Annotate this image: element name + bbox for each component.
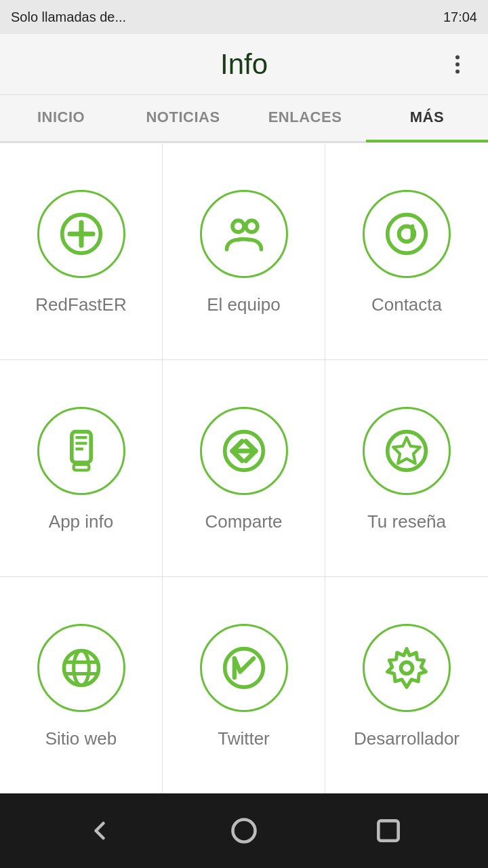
svg-point-0 bbox=[455, 55, 460, 59]
plus-medical-icon bbox=[58, 211, 104, 257]
back-button[interactable] bbox=[79, 810, 120, 851]
desarrollador-label: Desarrollador bbox=[354, 728, 460, 749]
header: Info bbox=[0, 34, 488, 95]
tab-bar: INICIO NOTICIAS ENLACES MÁS bbox=[0, 95, 488, 142]
star-icon bbox=[384, 428, 430, 474]
sitioweb-icon-circle bbox=[37, 624, 125, 712]
contacta-icon-circle bbox=[363, 190, 451, 278]
recents-icon bbox=[373, 816, 403, 846]
nav-bar bbox=[0, 793, 488, 868]
grid-cell-desarrollador[interactable]: Desarrollador bbox=[325, 577, 488, 793]
grid-cell-appinfo[interactable]: App info bbox=[0, 360, 163, 577]
svg-point-7 bbox=[245, 220, 257, 232]
grid-cell-sitioweb[interactable]: Sitio web bbox=[0, 577, 163, 793]
phone-icon bbox=[58, 428, 104, 474]
appinfo-icon-circle bbox=[37, 407, 125, 495]
at-icon bbox=[384, 211, 430, 257]
overflow-menu-button[interactable] bbox=[441, 47, 474, 81]
redfaster-label: RedFastER bbox=[35, 294, 126, 315]
grid-cell-resena[interactable]: Tu reseña bbox=[325, 360, 488, 577]
team-icon bbox=[221, 211, 267, 257]
resena-label: Tu reseña bbox=[367, 511, 446, 532]
content-grid: RedFastER El equipo Contacta bbox=[0, 142, 488, 793]
back-icon bbox=[85, 816, 115, 846]
recents-button[interactable] bbox=[368, 810, 409, 851]
status-time: 17:04 bbox=[443, 9, 477, 25]
svg-point-2 bbox=[455, 69, 460, 73]
grid-cell-redfaster[interactable]: RedFastER bbox=[0, 143, 163, 360]
tab-mas[interactable]: MÁS bbox=[366, 95, 488, 142]
grid-cell-comparte[interactable]: Comparte bbox=[163, 360, 325, 577]
svg-point-25 bbox=[401, 663, 413, 674]
tab-inicio[interactable]: INICIO bbox=[0, 95, 122, 142]
desarrollador-icon-circle bbox=[363, 624, 451, 712]
twitter-label: Twitter bbox=[218, 728, 270, 749]
tab-noticias[interactable]: NOTICIAS bbox=[122, 95, 244, 142]
svg-rect-27 bbox=[379, 821, 399, 840]
svg-point-26 bbox=[232, 820, 255, 842]
svg-marker-18 bbox=[393, 437, 420, 463]
twitter-icon bbox=[221, 645, 267, 691]
appinfo-label: App info bbox=[49, 511, 113, 532]
comparte-icon-circle bbox=[200, 407, 288, 495]
tab-enlaces[interactable]: ENLACES bbox=[244, 95, 366, 142]
status-notification: Solo llamadas de... bbox=[11, 9, 126, 25]
twitter-icon-circle bbox=[200, 624, 288, 712]
page-title: Info bbox=[220, 48, 268, 81]
globe-icon bbox=[58, 645, 104, 691]
resena-icon-circle bbox=[363, 407, 451, 495]
svg-point-9 bbox=[388, 215, 426, 254]
contacta-label: Contacta bbox=[371, 294, 442, 315]
grid-cell-contacta[interactable]: Contacta bbox=[325, 143, 488, 360]
status-bar: Solo llamadas de... 17:04 bbox=[0, 0, 488, 34]
equipo-icon-circle bbox=[200, 190, 288, 278]
svg-point-19 bbox=[64, 651, 98, 686]
svg-point-6 bbox=[232, 220, 244, 232]
svg-point-20 bbox=[73, 651, 89, 686]
redfaster-icon-circle bbox=[37, 190, 125, 278]
gear-icon bbox=[384, 645, 430, 691]
svg-point-1 bbox=[455, 62, 460, 66]
svg-rect-14 bbox=[73, 465, 89, 471]
grid-cell-twitter[interactable]: Twitter bbox=[163, 577, 325, 793]
grid-cell-equipo[interactable]: El equipo bbox=[163, 143, 325, 360]
comparte-label: Comparte bbox=[205, 511, 282, 532]
equipo-label: El equipo bbox=[207, 294, 280, 315]
sitioweb-label: Sitio web bbox=[45, 728, 117, 749]
share-icon bbox=[221, 428, 267, 474]
home-button[interactable] bbox=[224, 810, 264, 851]
home-icon bbox=[229, 816, 259, 846]
